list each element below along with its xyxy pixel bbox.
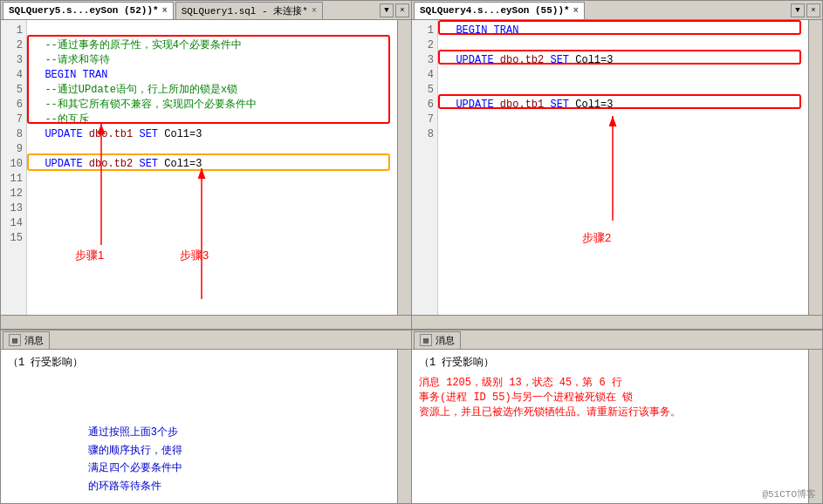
right-code-line-2 xyxy=(443,38,803,53)
right-close-btn[interactable]: × xyxy=(806,3,820,17)
right-tab-1-close[interactable]: × xyxy=(573,6,579,16)
right-tab-bar-buttons: ▼ × xyxy=(791,3,820,17)
code-line-4: BEGIN TRAN xyxy=(32,68,392,83)
left-vscrollbar[interactable] xyxy=(397,20,411,315)
right-msg-line3: 事务(进程 ID 55)与另一个进程被死锁在 锁 xyxy=(419,390,801,405)
right-msg-line1: （1 行受影响） xyxy=(419,355,801,370)
code-line-13 xyxy=(32,201,392,216)
left-msg-content[interactable]: （1 行受影响） 通过按照上面3个步骤的顺序执行，使得满足四个必要条件中的环路等… xyxy=(1,350,397,503)
right-msg-line2: 消息 1205，级别 13，状态 45，第 6 行 xyxy=(419,375,801,390)
left-tab-1-label: SQLQuery5.s...eySon (52))* xyxy=(9,5,159,16)
left-tab-1-close[interactable]: × xyxy=(162,6,168,16)
right-message-area: ▤ 消息 （1 行受影响） 消息 1205，级别 13，状态 45，第 6 行 … xyxy=(412,329,822,503)
step1-label: 步骤1 xyxy=(75,248,104,262)
right-code-line-8 xyxy=(443,127,803,142)
code-line-9 xyxy=(32,142,392,157)
right-msg-content[interactable]: （1 行受影响） 消息 1205，级别 13，状态 45，第 6 行 事务(进程… xyxy=(412,350,808,503)
left-tab-bar-buttons: ▼ × xyxy=(380,3,409,17)
right-msg-line4: 资源上，并且已被选作死锁牺牲品。请重新运行该事务。 xyxy=(419,405,801,419)
right-tab-bar: SQLQuery4.s...eySon (55))* × ▼ × xyxy=(412,1,822,20)
code-line-15 xyxy=(32,231,392,246)
left-line-numbers: 12345 678910 1112131415 xyxy=(1,20,27,315)
right-code-line-3: UPDATE dbo.tb2 SET Col1=3 xyxy=(443,53,803,68)
right-hscrollbar[interactable] xyxy=(412,315,822,329)
right-code-line-4 xyxy=(443,68,803,83)
left-msg-tab-bar: ▤ 消息 xyxy=(1,330,411,350)
left-message-area: ▤ 消息 （1 行受影响） 通过按照上面3个步骤的顺序执行，使得满足四个必要条件… xyxy=(1,329,411,503)
left-minimize-btn[interactable]: ▼ xyxy=(380,3,394,17)
right-code-line-7 xyxy=(443,112,803,127)
right-vscrollbar[interactable] xyxy=(808,20,822,315)
left-blue-annotation: 通过按照上面3个步骤的顺序执行，使得满足四个必要条件中的环路等待条件 xyxy=(88,423,182,494)
left-tab-2-label: SQLQuery1.sql - 未连接* xyxy=(182,4,308,17)
left-code-area[interactable]: --通过事务的原子性，实现4个必要条件中 --请求和等待 BEGIN TRAN … xyxy=(27,20,397,315)
code-line-14 xyxy=(32,216,392,231)
right-minimize-btn[interactable]: ▼ xyxy=(791,3,805,17)
right-code-line-5 xyxy=(443,83,803,98)
right-code-line-6: UPDATE dbo.tb1 SET Col1=3 xyxy=(443,98,803,112)
watermark: @51CTO博客 xyxy=(762,487,816,501)
right-msg-tab-bar: ▤ 消息 xyxy=(412,330,822,350)
code-line-6: --和其它所有锁不兼容，实现四个必要条件中 xyxy=(32,98,392,112)
right-tab-1-label: SQLQuery4.s...eySon (55))* xyxy=(420,5,570,16)
code-line-10: UPDATE dbo.tb2 SET Col1=3 xyxy=(32,157,392,172)
left-close-btn[interactable]: × xyxy=(395,3,409,17)
code-line-7: --的互斥 xyxy=(32,112,392,127)
left-msg-scrollbar[interactable] xyxy=(397,350,411,503)
code-line-2: --通过事务的原子性，实现4个必要条件中 xyxy=(32,38,392,53)
right-code-area[interactable]: BEGIN TRAN UPDATE dbo.tb2 SET Col1=3 UPD… xyxy=(438,20,808,315)
code-line-5: --通过UPdate语句，行上所加的锁是x锁 xyxy=(32,83,392,98)
left-tab-2-close[interactable]: × xyxy=(312,6,317,16)
right-tab-1[interactable]: SQLQuery4.s...eySon (55))* × xyxy=(414,2,585,19)
right-line-numbers: 12345 678 xyxy=(412,20,438,315)
code-line-11 xyxy=(32,172,392,187)
left-tab-1[interactable]: SQLQuery5.s...eySon (52))* × xyxy=(3,2,174,19)
code-line-8: UPDATE dbo.tb1 SET Col1=3 xyxy=(32,127,392,142)
left-msg-tab-icon: ▤ xyxy=(9,334,21,346)
right-msg-tab-label: 消息 xyxy=(436,334,455,347)
code-line-12 xyxy=(32,187,392,201)
step2-label: 步骤2 xyxy=(582,230,611,245)
right-msg-tab-icon: ▤ xyxy=(420,334,432,346)
code-line-1 xyxy=(32,24,392,38)
left-hscrollbar[interactable] xyxy=(1,315,411,329)
left-msg-tab[interactable]: ▤ 消息 xyxy=(3,331,50,349)
right-code-line-1: BEGIN TRAN xyxy=(443,24,803,38)
left-msg-line1: （1 行受影响） xyxy=(8,355,390,370)
code-line-3: --请求和等待 xyxy=(32,53,392,68)
step3-label: 步骤3 xyxy=(180,248,209,262)
left-tab-2[interactable]: SQLQuery1.sql - 未连接* × xyxy=(175,2,323,19)
right-msg-tab[interactable]: ▤ 消息 xyxy=(414,331,461,349)
right-msg-scrollbar[interactable] xyxy=(808,350,822,503)
left-msg-tab-label: 消息 xyxy=(24,334,44,347)
left-tab-bar: SQLQuery5.s...eySon (52))* × SQLQuery1.s… xyxy=(1,1,411,20)
